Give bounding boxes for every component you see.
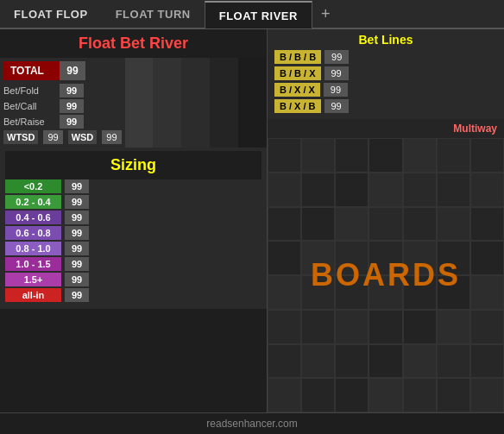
grid-cell (301, 207, 335, 242)
grid-cell (369, 344, 402, 379)
grid-cell (403, 173, 437, 207)
grid-cell (268, 378, 301, 412)
bet-raise-value: 99 (60, 115, 84, 129)
sizing-value-1: 99 (65, 195, 89, 209)
grid-cell (301, 173, 335, 207)
bet-line-label-2: B / X / X (274, 83, 320, 97)
float-bet-river-title: Float Bet River (0, 29, 267, 58)
grid-cell (403, 378, 437, 412)
bar-3 (181, 58, 210, 148)
sizing-label-2: 0.4 - 0.6 (5, 211, 61, 224)
grid-cell (437, 173, 470, 207)
grid-cell (301, 138, 335, 173)
bet-call-value: 99 (60, 99, 84, 113)
grid-cell (470, 138, 504, 173)
sizing-section: Sizing <0.2 99 0.2 - 0.4 99 0.4 - 0.6 99… (0, 148, 267, 309)
grid-cell (470, 207, 504, 242)
grid-cell (369, 207, 402, 242)
total-label: TOTAL (3, 61, 60, 80)
bar-5 (238, 58, 267, 148)
sizing-value-4: 99 (65, 242, 89, 255)
grid-cell (470, 310, 504, 344)
grid-cell (403, 310, 437, 344)
sizing-row-3: 0.6 - 0.8 99 (5, 226, 261, 240)
bet-fold-label: Bet/Fold (3, 85, 60, 96)
tab-float-river[interactable]: FLOAT RIVER (205, 1, 312, 28)
sizing-row-4: 0.8 - 1.0 99 (5, 242, 261, 255)
bet-line-value-3: 99 (324, 99, 349, 113)
tab-add-button[interactable]: + (312, 2, 339, 27)
wsd-value: 99 (102, 130, 121, 144)
tab-bar: FLOAT FLOP FLOAT TURN FLOAT RIVER + (0, 0, 504, 29)
bet-fold-row: Bet/Fold 99 (3, 84, 122, 97)
sizing-label-0: <0.2 (5, 179, 61, 193)
grid-cell (335, 310, 369, 344)
bet-line-row-2: B / X / X 99 (274, 83, 497, 97)
bet-line-label-0: B / B / B (274, 50, 321, 64)
grid-cell (369, 173, 402, 207)
grid-cell (335, 173, 369, 207)
wtsd-value: 99 (43, 130, 62, 144)
grid-cell (369, 310, 402, 344)
grid-cell (369, 138, 402, 173)
grid-cell (335, 207, 369, 242)
grid-cell (437, 138, 470, 173)
bet-line-value-2: 99 (324, 83, 348, 97)
main-content: Float Bet River TOTAL 99 Bet/Fold 99 (0, 29, 504, 412)
footer: readsenhancer.com (0, 412, 504, 434)
wsd-label: WSD (68, 130, 98, 144)
grid-cell (470, 275, 504, 310)
multiway-label: Multiway (268, 119, 504, 138)
stats-section: TOTAL 99 Bet/Fold 99 Bet/Call 99 (0, 58, 125, 148)
bet-call-row: Bet/Call 99 (3, 99, 122, 113)
stats-and-bars: TOTAL 99 Bet/Fold 99 Bet/Call 99 (0, 58, 267, 148)
total-value: 99 (60, 61, 85, 80)
bet-line-label-3: B / X / B (274, 99, 321, 113)
sizing-row-6: 1.5+ 99 (5, 273, 261, 286)
bet-line-row-3: B / X / B 99 (274, 99, 497, 113)
left-panel: Float Bet River TOTAL 99 Bet/Fold 99 (0, 29, 268, 412)
wtsd-label: WTSD (3, 130, 38, 144)
grid-cell (437, 207, 470, 242)
bet-line-value-1: 99 (324, 66, 349, 80)
bar-1 (125, 58, 154, 148)
grid-cell (470, 241, 504, 275)
bar-2 (153, 58, 181, 148)
bet-line-value-0: 99 (324, 50, 349, 64)
sizing-label-6: 1.5+ (5, 273, 61, 286)
sizing-label-1: 0.2 - 0.4 (5, 195, 61, 209)
sizing-value-0: 99 (65, 179, 89, 193)
tab-float-flop[interactable]: FLOAT FLOP (0, 0, 102, 28)
grid-cell (369, 378, 402, 412)
bet-fold-value: 99 (60, 84, 84, 97)
grid-cell (268, 241, 301, 275)
bet-lines-section: Bet Lines B / B / B 99 B / B / X 99 B / … (268, 29, 504, 119)
bet-line-label-1: B / B / X (274, 66, 321, 80)
sizing-title: Sizing (5, 151, 261, 179)
bet-line-row-0: B / B / B 99 (274, 50, 497, 64)
grid-cell (403, 207, 437, 242)
footer-link: readsenhancer.com (206, 418, 297, 430)
grid-cell (470, 173, 504, 207)
bet-lines-title: Bet Lines (274, 33, 497, 47)
grid-cell (335, 378, 369, 412)
sizing-row-7: all-in 99 (5, 288, 261, 302)
grid-cell (437, 344, 470, 379)
boards-area: BOARDS (268, 138, 504, 412)
tab-float-turn[interactable]: FLOAT TURN (102, 0, 205, 28)
sizing-row-5: 1.0 - 1.5 99 (5, 257, 261, 271)
sizing-value-3: 99 (65, 226, 89, 240)
sizing-row-2: 0.4 - 0.6 99 (5, 211, 261, 224)
sizing-value-6: 99 (65, 273, 89, 286)
grid-cell (470, 344, 504, 379)
total-row: TOTAL 99 (3, 61, 122, 80)
sizing-label-7: all-in (5, 288, 61, 302)
grid-cell (268, 275, 301, 310)
grid-cell (335, 138, 369, 173)
bet-call-label: Bet/Call (3, 101, 60, 111)
grid-cell (301, 378, 335, 412)
grid-cell (470, 378, 504, 412)
sizing-label-3: 0.6 - 0.8 (5, 226, 61, 240)
grid-cell (301, 310, 335, 344)
bet-raise-row: Bet/Raise 99 (3, 115, 122, 129)
